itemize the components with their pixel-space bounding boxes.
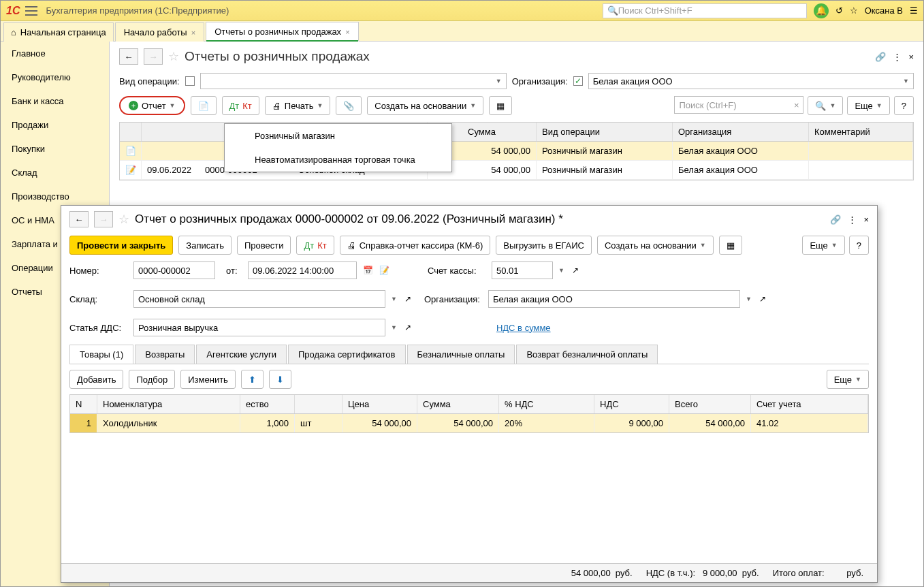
col-sum[interactable]: Сумма bbox=[417, 395, 499, 413]
tab-cert[interactable]: Продажа сертификатов bbox=[288, 345, 406, 364]
account-input[interactable]: 50.01 bbox=[492, 261, 553, 279]
col-total[interactable]: Всего bbox=[669, 395, 751, 413]
side-sales[interactable]: Продажи bbox=[1, 113, 109, 137]
kebab-icon[interactable]: ⋮ bbox=[893, 52, 902, 62]
link-icon[interactable]: 🔗 bbox=[875, 52, 886, 62]
menu-nonauto[interactable]: Неавтоматизированная торговая точка bbox=[225, 148, 451, 172]
attach-button[interactable]: 📎 bbox=[336, 96, 362, 115]
more-button[interactable]: Еще ▼ bbox=[847, 96, 889, 115]
search-top[interactable]: 🔍 Поиск Ctrl+Shift+F bbox=[603, 3, 807, 18]
down-button[interactable]: ⬇ bbox=[269, 370, 291, 389]
close-icon[interactable]: × bbox=[908, 52, 914, 62]
col-ndspct[interactable]: % НДС bbox=[499, 395, 594, 413]
open-icon[interactable]: ↗ bbox=[570, 265, 581, 276]
modal-more[interactable]: Еще ▼ bbox=[802, 236, 844, 255]
vid-checkbox[interactable] bbox=[185, 76, 195, 86]
tab-goods[interactable]: Товары (1) bbox=[69, 345, 133, 364]
org-dropdown[interactable]: Белая акация ООО▼ bbox=[588, 73, 914, 89]
open-icon[interactable]: ↗ bbox=[402, 294, 413, 304]
create-button[interactable]: Создать на основании ▼ bbox=[367, 96, 483, 115]
tab-home[interactable]: ⌂ Начальная страница bbox=[3, 22, 114, 42]
history-icon[interactable]: ↺ bbox=[835, 5, 843, 16]
print-button[interactable]: 🖨 Печать ▼ bbox=[265, 96, 331, 115]
close-icon[interactable]: × bbox=[345, 28, 349, 36]
col-acct[interactable]: Счет учета bbox=[751, 395, 868, 413]
kebab-icon[interactable]: ⋮ bbox=[848, 215, 857, 225]
link-icon[interactable]: 🔗 bbox=[830, 215, 841, 225]
help-button[interactable]: ? bbox=[894, 96, 914, 115]
post-button[interactable]: Провести bbox=[237, 236, 291, 255]
dtkt-button[interactable]: ДтКт bbox=[222, 96, 259, 115]
post-close-button[interactable]: Провести и закрыть bbox=[69, 236, 173, 255]
date-input[interactable]: 09.06.2022 14:00:00 bbox=[248, 261, 357, 279]
create-button[interactable]: Создать на основании ▼ bbox=[597, 236, 714, 255]
menu-icon[interactable] bbox=[25, 6, 37, 16]
change-button[interactable]: Изменить bbox=[180, 370, 236, 389]
open-icon[interactable]: ↗ bbox=[757, 294, 768, 304]
nav-fwd[interactable]: → bbox=[144, 48, 163, 65]
side-leader[interactable]: Руководителю bbox=[1, 65, 109, 89]
refresh-icon[interactable]: 📝 bbox=[379, 265, 389, 276]
copy-button[interactable]: 📄 bbox=[191, 96, 217, 115]
close-icon[interactable]: × bbox=[863, 215, 869, 225]
number-input[interactable]: 0000-000002 bbox=[133, 261, 215, 279]
tab-noncash-ret[interactable]: Возврат безналичной оплаты bbox=[516, 345, 658, 364]
nav-back[interactable]: ← bbox=[119, 48, 138, 65]
modal-fav[interactable]: ☆ bbox=[118, 212, 129, 227]
sklad-input[interactable]: Основной склад bbox=[133, 290, 385, 308]
km6-button[interactable]: 🖨 Справка-отчет кассира (КМ-6) bbox=[340, 236, 491, 255]
side-purchase[interactable]: Покупки bbox=[1, 137, 109, 161]
vid-dropdown[interactable]: ▼ bbox=[200, 73, 507, 89]
struct-button[interactable]: ▦ bbox=[489, 96, 512, 115]
struct-button[interactable]: ▦ bbox=[719, 236, 742, 255]
dds-input[interactable]: Розничная выручка bbox=[133, 319, 385, 336]
fav-icon[interactable]: ☆ bbox=[168, 49, 179, 64]
side-bank[interactable]: Банк и касса bbox=[1, 89, 109, 113]
col-org[interactable]: Организация bbox=[673, 123, 809, 141]
sklad-label: Склад: bbox=[69, 294, 128, 304]
up-button[interactable]: ⬆ bbox=[241, 370, 264, 389]
report-button[interactable]: +Отчет ▼ bbox=[119, 96, 185, 115]
write-button[interactable]: Записать bbox=[178, 236, 232, 255]
from-label: от: bbox=[226, 266, 242, 276]
org-checkbox[interactable] bbox=[573, 76, 583, 86]
col-vid[interactable]: Вид операции bbox=[537, 123, 673, 141]
detail-more[interactable]: Еще ▼ bbox=[827, 370, 869, 389]
tab-agent[interactable]: Агентские услуги bbox=[196, 345, 287, 364]
detail-grid: N Номенклатура ество Цена Сумма % НДС НД… bbox=[69, 394, 869, 433]
settings-icon[interactable]: ☰ bbox=[910, 5, 918, 16]
open-icon[interactable]: ↗ bbox=[402, 322, 413, 333]
tab-start[interactable]: Начало работы × bbox=[115, 22, 205, 42]
add-button[interactable]: Добавить bbox=[69, 370, 123, 389]
tab-returns[interactable]: Возвраты bbox=[135, 345, 195, 364]
bell-icon[interactable]: 🔔 bbox=[814, 3, 829, 18]
select-button[interactable]: Подбор bbox=[129, 370, 175, 389]
org-input[interactable]: Белая акация ООО bbox=[488, 290, 740, 308]
calendar-icon[interactable]: 📅 bbox=[362, 265, 373, 276]
modal-back[interactable]: ← bbox=[69, 211, 89, 227]
col-price[interactable]: Цена bbox=[342, 395, 417, 413]
modal-help[interactable]: ? bbox=[849, 236, 869, 255]
tab-reports[interactable]: Отчеты о розничных продажах × bbox=[206, 22, 358, 42]
side-main[interactable]: Главное bbox=[1, 42, 109, 65]
grid-search[interactable]: Поиск (Ctrl+F)× bbox=[674, 96, 803, 114]
menu-retail[interactable]: Розничный магазин bbox=[225, 124, 451, 148]
search-button[interactable]: 🔍 ▼ bbox=[808, 96, 843, 115]
col-n[interactable]: N bbox=[70, 395, 97, 413]
report-dropdown-menu: Розничный магазин Неавтоматизированная т… bbox=[224, 123, 452, 172]
col-qty[interactable]: ество bbox=[240, 395, 295, 413]
star-icon[interactable]: ☆ bbox=[850, 5, 858, 16]
page-title: Отчеты о розничных продажах bbox=[185, 49, 370, 64]
nds-link[interactable]: НДС в сумме bbox=[496, 323, 551, 333]
modal-fwd[interactable]: → bbox=[94, 211, 113, 227]
detail-row[interactable]: 1 Холодильник 1,000 шт 54 000,00 54 000,… bbox=[70, 414, 868, 432]
side-sklad[interactable]: Склад bbox=[1, 161, 109, 185]
tab-noncash[interactable]: Безналичные оплаты bbox=[407, 345, 515, 364]
egais-button[interactable]: Выгрузить в ЕГАИС bbox=[496, 236, 592, 255]
dtkt-button[interactable]: ДтКт bbox=[296, 236, 334, 255]
col-comment[interactable]: Комментарий bbox=[809, 123, 913, 141]
user-name[interactable]: Оксана В bbox=[865, 5, 903, 16]
col-nds[interactable]: НДС bbox=[594, 395, 669, 413]
col-nomen[interactable]: Номенклатура bbox=[97, 395, 240, 413]
close-icon[interactable]: × bbox=[191, 29, 195, 37]
